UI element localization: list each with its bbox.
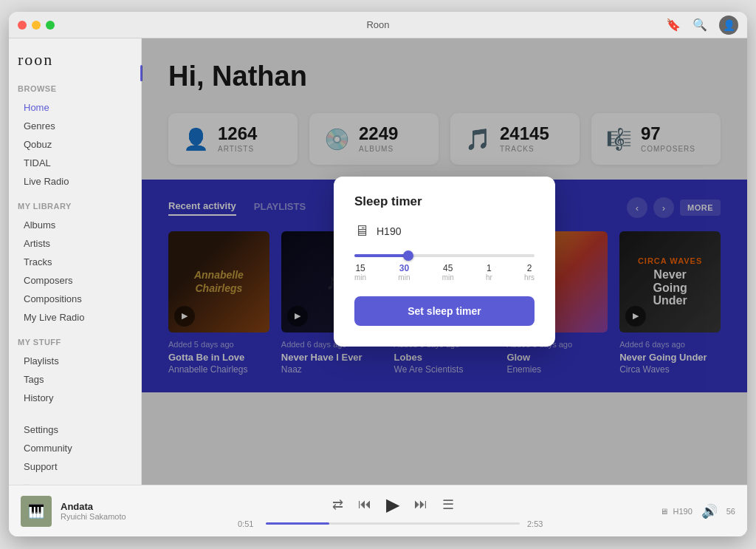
avatar[interactable]: 👤 bbox=[719, 16, 738, 35]
sidebar-item-compositions[interactable]: Compositions bbox=[18, 290, 132, 307]
sidebar-item-live-radio[interactable]: Live Radio bbox=[18, 173, 132, 190]
progress-total: 2:53 bbox=[527, 519, 548, 528]
device-icon: 🖥 bbox=[354, 222, 369, 239]
player-bar: 🎹 Andata Ryuichi Sakamoto ⇄ ⏮ ▶ ⏭ ☰ 0:51… bbox=[9, 485, 747, 536]
device-speaker-icon: 🖥 bbox=[660, 507, 668, 516]
sidebar-item-my-live-radio[interactable]: My Live Radio bbox=[18, 309, 132, 326]
player-device-name: H190 bbox=[673, 507, 692, 516]
minimize-button[interactable] bbox=[32, 21, 41, 30]
close-button[interactable] bbox=[18, 21, 27, 30]
sidebar-item-community[interactable]: Community bbox=[18, 440, 132, 457]
slider-label-1hr: 1 hr bbox=[486, 263, 492, 282]
sleep-timer-title: Sleep timer bbox=[354, 194, 535, 209]
player-track-info: 🎹 Andata Ryuichi Sakamoto bbox=[21, 496, 168, 527]
sidebar-item-composers[interactable]: Composers bbox=[18, 272, 132, 289]
traffic-lights bbox=[18, 21, 55, 30]
sidebar-item-playlists[interactable]: Playlists bbox=[18, 352, 132, 369]
library-section-title: My Library bbox=[18, 202, 132, 211]
player-buttons: ⇄ ⏮ ▶ ⏭ ☰ bbox=[332, 494, 454, 515]
slider-label-45: 45 min bbox=[442, 263, 454, 282]
sidebar-item-settings[interactable]: Settings bbox=[18, 421, 132, 438]
set-sleep-timer-button[interactable]: Set sleep timer bbox=[354, 296, 535, 326]
stuff-section-title: My Stuff bbox=[18, 338, 132, 347]
window-title: Roon bbox=[366, 19, 389, 30]
sidebar-item-tracks[interactable]: Tracks bbox=[18, 253, 132, 270]
progress-bar-fill bbox=[266, 522, 329, 525]
player-track-title: Andata bbox=[61, 501, 126, 512]
next-track-button[interactable]: ⏭ bbox=[414, 497, 427, 512]
maximize-button[interactable] bbox=[46, 21, 55, 30]
sidebar-item-home[interactable]: Home bbox=[18, 99, 132, 116]
content-area: Hi, Nathan 👤 1264 ARTISTS 💿 2249 ALBU bbox=[142, 38, 747, 485]
sidebar-item-artists[interactable]: Artists bbox=[18, 235, 132, 252]
slider-label-15: 15 min bbox=[354, 263, 366, 282]
sidebar-item-genres[interactable]: Genres bbox=[18, 117, 132, 134]
player-track-artist: Ryuichi Sakamoto bbox=[61, 512, 126, 521]
title-bar-actions: 🔖 🔍 👤 bbox=[666, 16, 738, 35]
app-logo: roon bbox=[18, 50, 132, 69]
sleep-timer-modal: Sleep timer 🖥 H190 15 min bbox=[334, 177, 555, 347]
slider-labels: 15 min 30 min 45 min bbox=[354, 263, 535, 282]
sidebar-expand-btn[interactable]: ▾ bbox=[18, 477, 132, 485]
volume-icon[interactable]: 🔊 bbox=[701, 503, 718, 519]
play-pause-button[interactable]: ▶ bbox=[386, 494, 399, 515]
device-name: H190 bbox=[377, 225, 401, 237]
bookmark-icon[interactable]: 🔖 bbox=[666, 18, 681, 32]
progress-current: 0:51 bbox=[238, 519, 258, 528]
player-thumbnail: 🎹 bbox=[21, 496, 52, 527]
browse-section-title: Browse bbox=[18, 84, 132, 93]
search-icon[interactable]: 🔍 bbox=[693, 18, 707, 32]
shuffle-button[interactable]: ⇄ bbox=[332, 497, 343, 513]
queue-button[interactable]: ☰ bbox=[442, 497, 454, 513]
timer-slider-fill bbox=[354, 254, 408, 257]
player-device[interactable]: 🖥 H190 bbox=[660, 507, 692, 516]
modal-overlay[interactable]: Sleep timer 🖥 H190 15 min bbox=[142, 38, 747, 485]
title-bar: Roon 🔖 🔍 👤 bbox=[9, 12, 747, 38]
sidebar: roon Browse Home Genres Qobuz TIDAL Live… bbox=[9, 38, 142, 485]
sidebar-item-albums[interactable]: Albums bbox=[18, 216, 132, 233]
player-right: 🖥 H190 🔊 56 bbox=[617, 503, 735, 519]
prev-track-button[interactable]: ⏮ bbox=[358, 497, 371, 512]
slider-label-30: 30 min bbox=[398, 263, 410, 282]
modal-device: 🖥 H190 bbox=[354, 222, 535, 239]
player-info: Andata Ryuichi Sakamoto bbox=[61, 501, 126, 521]
slider-label-2hr: 2 hrs bbox=[524, 263, 535, 282]
progress-bar[interactable] bbox=[266, 522, 520, 525]
timer-slider-thumb[interactable] bbox=[403, 250, 413, 261]
player-controls: ⇄ ⏮ ▶ ⏭ ☰ 0:51 2:53 bbox=[168, 494, 617, 528]
timer-slider-track[interactable] bbox=[354, 254, 535, 257]
sidebar-item-history[interactable]: History bbox=[18, 389, 132, 406]
sidebar-item-qobuz[interactable]: Qobuz bbox=[18, 136, 132, 153]
sidebar-item-tidal[interactable]: TIDAL bbox=[18, 154, 132, 171]
sidebar-item-tags[interactable]: Tags bbox=[18, 371, 132, 388]
sidebar-item-support[interactable]: Support bbox=[18, 458, 132, 475]
player-progress: 0:51 2:53 bbox=[238, 519, 548, 528]
timer-slider-container: 15 min 30 min 45 min bbox=[354, 254, 535, 282]
volume-level: 56 bbox=[726, 507, 735, 516]
